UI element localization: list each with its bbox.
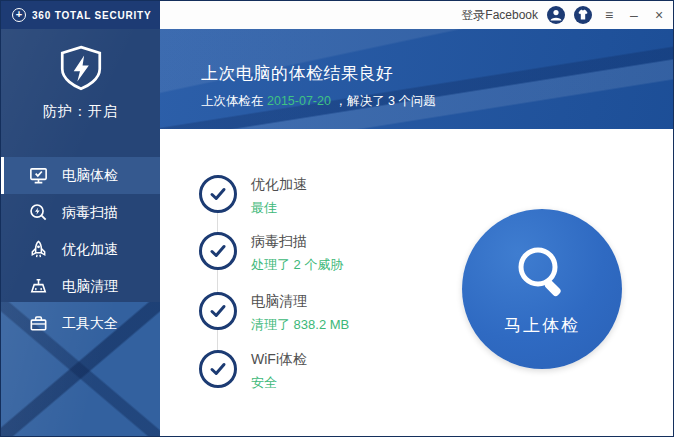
main-content: 优化加速 最佳 病毒扫描 处理了 2 个威胁 电脑清理 xyxy=(160,129,674,437)
sidebar-item-virus-scan[interactable]: 病毒扫描 xyxy=(1,194,160,231)
sidebar-item-label: 优化加速 xyxy=(62,241,118,259)
user-avatar[interactable] xyxy=(547,6,565,24)
checkmark-icon xyxy=(208,241,228,261)
app-window: 登录Facebook ≡ – × + 360 TOTAL SECURITY xyxy=(0,0,674,437)
logo-plus-icon: + xyxy=(12,8,26,22)
protection-status-label: 防护：开启 xyxy=(1,103,160,121)
checkup-now-button[interactable]: 马上体检 xyxy=(462,209,622,369)
speedup-rocket-icon xyxy=(28,239,49,260)
checklist-item-speedup: 优化加速 最佳 xyxy=(199,175,429,213)
check-result: 最佳 xyxy=(251,199,307,217)
check-title: 病毒扫描 xyxy=(251,233,343,251)
close-button[interactable]: × xyxy=(651,7,667,23)
tshirt-icon xyxy=(574,6,592,24)
sidebar: 防护：开启 电脑体检 病毒扫描 xyxy=(1,29,160,437)
sidebar-item-label: 病毒扫描 xyxy=(62,204,118,222)
sidebar-item-checkup[interactable]: 电脑体检 xyxy=(1,157,160,194)
sidebar-menu: 电脑体检 病毒扫描 优化加速 xyxy=(1,157,160,342)
person-icon xyxy=(547,6,565,24)
app-title: 360 TOTAL SECURITY xyxy=(32,10,151,21)
sidebar-item-label: 电脑清理 xyxy=(62,278,118,296)
theme-wardrobe-button[interactable] xyxy=(574,6,592,24)
checklist-item-virus: 病毒扫描 处理了 2 个威胁 xyxy=(199,232,429,270)
checklist-item-wifi: WiFi体检 安全 xyxy=(199,350,429,388)
check-circle xyxy=(199,232,237,270)
check-circle xyxy=(199,350,237,388)
last-checkup-date: 2015-07-20 xyxy=(267,94,331,108)
checklist-connector xyxy=(217,196,218,371)
checklist-item-cleanup: 电脑清理 清理了 838.2 MB xyxy=(199,292,429,330)
result-banner: 上次电脑的体检结果良好 上次体检在 2015-07-20 ，解决了 3 个问题 xyxy=(160,29,674,129)
minimize-button[interactable]: – xyxy=(626,7,642,23)
cleanup-broom-icon xyxy=(28,276,49,297)
check-title: 优化加速 xyxy=(251,176,307,194)
banner-subtitle: 上次体检在 2015-07-20 ，解决了 3 个问题 xyxy=(201,93,436,110)
magnifier-icon xyxy=(511,242,573,304)
sidebar-item-cleanup[interactable]: 电脑清理 xyxy=(1,268,160,305)
sidebar-item-toolbox[interactable]: 工具大全 xyxy=(1,305,160,342)
check-title: WiFi体检 xyxy=(251,351,307,369)
check-result: 清理了 838.2 MB xyxy=(251,316,349,334)
checkup-monitor-icon xyxy=(28,165,49,186)
main-menu-button[interactable]: ≡ xyxy=(601,7,617,23)
shield-bolt-icon xyxy=(56,43,106,93)
banner-title: 上次电脑的体检结果良好 xyxy=(201,62,394,85)
toolbox-icon xyxy=(28,313,49,334)
sidebar-item-label: 工具大全 xyxy=(62,315,118,333)
sidebar-item-speedup[interactable]: 优化加速 xyxy=(1,231,160,268)
check-title: 电脑清理 xyxy=(251,293,349,311)
check-result: 安全 xyxy=(251,374,307,392)
sidebar-item-label: 电脑体检 xyxy=(62,167,118,185)
check-circle xyxy=(199,175,237,213)
app-logo: + 360 TOTAL SECURITY xyxy=(1,1,160,29)
login-facebook-link[interactable]: 登录Facebook xyxy=(461,7,538,24)
banner-subtitle-prefix: 上次体检在 xyxy=(201,94,267,108)
protection-status-block: 防护：开启 xyxy=(1,43,160,121)
check-result: 处理了 2 个威胁 xyxy=(251,256,343,274)
checkup-now-label: 马上体检 xyxy=(504,314,580,337)
checkmark-icon xyxy=(208,184,228,204)
virus-scan-icon xyxy=(28,202,49,223)
checkmark-icon xyxy=(208,359,228,379)
banner-subtitle-suffix: ，解决了 3 个问题 xyxy=(331,94,436,108)
check-circle xyxy=(199,292,237,330)
checkmark-icon xyxy=(208,301,228,321)
